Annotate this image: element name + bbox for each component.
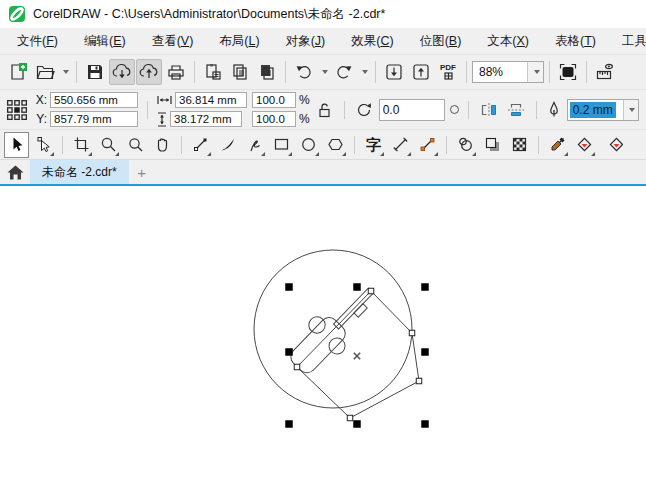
shape-tool[interactable] xyxy=(31,132,56,158)
ellipse-tool[interactable] xyxy=(296,132,321,158)
object-height-input[interactable] xyxy=(170,111,242,127)
undo-button[interactable] xyxy=(291,59,317,85)
outline-width-dropdown[interactable] xyxy=(623,100,638,120)
x-position-label: X: xyxy=(33,93,47,107)
zoom-tool[interactable] xyxy=(96,132,121,158)
artistic-media-tool[interactable] xyxy=(215,132,240,158)
undo-icon xyxy=(294,62,314,82)
menu-bitmaps[interactable]: 位图(B) xyxy=(407,29,475,54)
object-height-icon xyxy=(157,112,167,127)
menu-tools[interactable]: 工具(O) xyxy=(609,29,646,54)
export-button[interactable] xyxy=(408,59,434,85)
smart-fill-tool[interactable] xyxy=(599,132,624,158)
y-position-input[interactable] xyxy=(50,111,138,127)
color-eyedropper-tool[interactable] xyxy=(545,132,570,158)
document-tab-active[interactable]: 未命名 -2.cdr* xyxy=(30,160,129,184)
text-tool[interactable]: 字 xyxy=(361,132,386,158)
open-button[interactable] xyxy=(32,59,58,85)
object-width-icon xyxy=(157,95,172,105)
pick-tool[interactable] xyxy=(4,132,29,158)
curve-loop-icon xyxy=(246,136,263,153)
print-button[interactable] xyxy=(163,59,189,85)
contour-tool[interactable] xyxy=(453,132,478,158)
zoom-level-combobox[interactable]: 88% xyxy=(472,61,544,83)
eyedropper-icon xyxy=(549,136,566,153)
separator xyxy=(194,61,195,83)
rectangle-icon xyxy=(273,136,290,153)
rotation-angle-icon xyxy=(354,100,374,120)
chevron-down-icon xyxy=(63,70,69,74)
menu-file[interactable]: 文件(F) xyxy=(4,29,71,54)
scale-vertical-input[interactable] xyxy=(252,111,296,127)
menu-view[interactable]: 查看(V) xyxy=(139,29,207,54)
percent-label: % xyxy=(299,93,310,107)
cloud-download-icon xyxy=(111,62,133,82)
polygon-tool[interactable] xyxy=(323,132,348,158)
redo-button[interactable] xyxy=(331,59,357,85)
selection-handle xyxy=(421,348,429,356)
object-position-icon[interactable] xyxy=(6,99,28,121)
copy-button[interactable] xyxy=(227,59,253,85)
lock-ratio-button[interactable] xyxy=(315,99,335,121)
mirror-vertical-button[interactable] xyxy=(505,99,527,121)
window-title: CorelDRAW - C:\Users\Administrator\Docum… xyxy=(33,6,385,23)
toolbox: 字 xyxy=(0,130,646,160)
pen-tool[interactable] xyxy=(242,132,267,158)
pan-tool[interactable] xyxy=(150,132,175,158)
publish-pdf-button[interactable]: PDF xyxy=(435,59,461,85)
show-rulers-button[interactable] xyxy=(592,59,618,85)
menu-table[interactable]: 表格(T) xyxy=(542,29,609,54)
home-icon xyxy=(7,165,24,180)
crop-tool[interactable] xyxy=(69,132,94,158)
full-screen-preview-button[interactable] xyxy=(555,59,581,85)
import-button[interactable] xyxy=(381,59,407,85)
save-button[interactable] xyxy=(82,59,108,85)
rotation-angle-input[interactable] xyxy=(379,99,445,121)
checkerboard-icon xyxy=(511,136,528,153)
zoom-level-dropdown[interactable] xyxy=(527,62,543,82)
drawing-canvas[interactable] xyxy=(0,186,646,493)
menu-edit[interactable]: 编辑(E) xyxy=(71,29,139,54)
open-from-cloud-button[interactable] xyxy=(109,59,135,85)
outline-width-combobox[interactable]: 0.2 mm xyxy=(567,99,639,121)
dimension-tool[interactable] xyxy=(388,132,413,158)
welcome-home-button[interactable] xyxy=(0,160,30,184)
duplicate-button[interactable] xyxy=(254,59,280,85)
separator xyxy=(536,101,537,119)
redo-icon xyxy=(334,62,354,82)
menu-object[interactable]: 对象(J) xyxy=(273,29,339,54)
zoom-tool-alt[interactable] xyxy=(123,132,148,158)
property-bar: X: Y: % % xyxy=(0,90,646,130)
new-document-button[interactable] xyxy=(5,59,31,85)
menu-effects[interactable]: 效果(C) xyxy=(338,29,406,54)
undo-dropdown[interactable] xyxy=(318,59,330,85)
transparency-tool[interactable] xyxy=(507,132,532,158)
separator xyxy=(375,61,376,83)
print-icon xyxy=(166,62,186,82)
menu-text[interactable]: 文本(X) xyxy=(474,29,542,54)
selection-handle xyxy=(285,283,293,291)
connector-tool[interactable] xyxy=(415,132,440,158)
magnifier-icon xyxy=(100,136,117,153)
import-icon xyxy=(384,62,404,82)
crop-icon xyxy=(73,136,90,153)
mirror-horizontal-button[interactable] xyxy=(478,99,500,121)
menu-layout[interactable]: 布局(L) xyxy=(206,29,272,54)
interactive-fill-tool[interactable] xyxy=(572,132,597,158)
coreldraw-logo-icon xyxy=(8,5,26,23)
separator xyxy=(446,136,447,154)
scale-horizontal-input[interactable] xyxy=(252,92,296,108)
open-dropdown[interactable] xyxy=(59,59,71,85)
standard-toolbar: PDF 88% xyxy=(0,55,646,90)
freehand-tool[interactable] xyxy=(188,132,213,158)
redo-dropdown[interactable] xyxy=(358,59,370,85)
hexagon-icon xyxy=(327,136,344,153)
x-position-input[interactable] xyxy=(50,92,138,108)
rectangle-tool[interactable] xyxy=(269,132,294,158)
new-tab-button[interactable]: + xyxy=(129,160,155,184)
drop-shadow-tool[interactable] xyxy=(480,132,505,158)
object-width-input[interactable] xyxy=(175,92,247,108)
paste-button[interactable] xyxy=(200,59,226,85)
curve-node xyxy=(409,330,415,336)
save-to-cloud-button[interactable] xyxy=(136,59,162,85)
